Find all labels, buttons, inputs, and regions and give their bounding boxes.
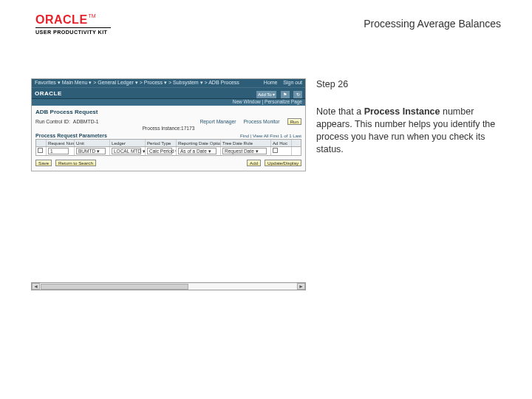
request-number-input[interactable]: 1 [48, 148, 69, 154]
run-control-row: Run Control ID: ADBMTD-1 Report Manager … [35, 118, 301, 125]
toolbar-addto[interactable]: Add To ▾ [256, 91, 276, 98]
col-ledger: Ledger [110, 140, 146, 146]
app-screenshot: Favorites ▾ Main Menu ▾ > General Ledger… [31, 78, 306, 171]
oracle-logo: ORACLETM USER PRODUCTIVITY KIT [35, 13, 111, 35]
section-title: Process Request Parameters [35, 133, 107, 138]
process-monitor-link[interactable]: Process Monitor [244, 119, 280, 124]
row-checkbox[interactable] [38, 148, 43, 153]
step-label: Step 26 [316, 78, 501, 91]
scroll-left-icon[interactable]: ◄ [32, 283, 40, 290]
process-instance-text: Process Instance:17173 [35, 126, 301, 131]
oracle-wordmark: ORACLE [35, 13, 88, 27]
run-control-value: ADBMTD-1 [73, 119, 99, 124]
section-header: Process Request Parameters Find | View A… [35, 133, 301, 138]
update-display-button[interactable]: Update/Display [265, 160, 301, 166]
refresh-icon[interactable]: ↻ [293, 91, 302, 98]
col-unit: Unit [75, 140, 110, 146]
col-reporting-date: Reporting Date Option [177, 140, 221, 146]
adhoc-checkbox[interactable] [273, 148, 278, 153]
toolbar-icons: Add To ▾ ⚑ ↻ [255, 88, 302, 98]
save-button[interactable]: Save [35, 160, 52, 166]
return-button[interactable]: Return to Search [55, 160, 96, 166]
col-request-number: Request Number [47, 140, 75, 146]
col-tree-rule: Tree Date Rule [221, 140, 271, 146]
home-link[interactable]: Home [264, 80, 278, 85]
run-button[interactable]: Run [287, 118, 301, 125]
form-heading: ADB Process Request [35, 109, 301, 115]
run-control-label: Run Control ID: [35, 119, 70, 124]
trademark-symbol: TM [89, 13, 96, 18]
col-period-type: Period Type [146, 140, 177, 146]
tree-rule-select[interactable]: Request Date ▾ [222, 148, 267, 154]
instruction-panel: Step 26 Note that a Process Instance num… [316, 78, 501, 155]
page-header: ORACLETM USER PRODUCTIVITY KIT Processin… [35, 13, 501, 35]
upk-subbrand: USER PRODUCTIVITY KIT [35, 27, 111, 35]
ledger-select[interactable]: LOCAL MTD ▾ [112, 148, 141, 154]
instruction-bold: Process Instance [364, 106, 440, 117]
unit-select[interactable]: BUMTD ▾ [76, 148, 106, 154]
col-adhoc: Ad Hoc [271, 140, 292, 146]
scroll-right-icon[interactable]: ► [297, 283, 305, 290]
sub-bar[interactable]: New Window | Personalize Page [32, 99, 305, 106]
params-table: Request Number Unit Ledger Period Type R… [35, 139, 301, 156]
form-actions: Save Return to Search Add Update/Display [35, 160, 301, 166]
grid-nav-links[interactable]: Find | View All First 1 of 1 Last [240, 133, 301, 138]
signout-link[interactable]: Sign out [283, 80, 302, 85]
col-select [36, 140, 47, 146]
scroll-thumb[interactable] [41, 284, 188, 290]
brand-row: ORACLE Add To ▾ ⚑ ↻ [32, 87, 305, 99]
scroll-track[interactable] [41, 284, 296, 290]
form-body: ADB Process Request Run Control ID: ADBM… [32, 106, 305, 171]
flag-icon[interactable]: ⚑ [281, 91, 290, 98]
instruction-pre: Note that a [316, 106, 364, 117]
breadcrumb[interactable]: Favorites ▾ Main Menu ▾ > General Ledger… [35, 80, 239, 86]
period-type-select[interactable]: Calc Period ▾ [147, 148, 172, 154]
breadcrumb-bar: Favorites ▾ Main Menu ▾ > General Ledger… [32, 79, 305, 87]
table-row: 1 BUMTD ▾ LOCAL MTD ▾ Calc Period ▾ As o… [36, 147, 301, 155]
table-header: Request Number Unit Ledger Period Type R… [36, 140, 301, 147]
page-title: Processing Average Balances [364, 18, 501, 30]
add-button[interactable]: Add [247, 160, 261, 166]
horizontal-scrollbar[interactable]: ◄ ► [31, 282, 306, 290]
report-manager-link[interactable]: Report Manager [200, 119, 236, 124]
instruction-text: Note that a Process Instance number appe… [316, 106, 501, 156]
top-links: Home Sign out [264, 80, 302, 86]
reporting-date-select[interactable]: As of a Date ▾ [178, 148, 216, 154]
app-brand: ORACLE [35, 90, 62, 97]
